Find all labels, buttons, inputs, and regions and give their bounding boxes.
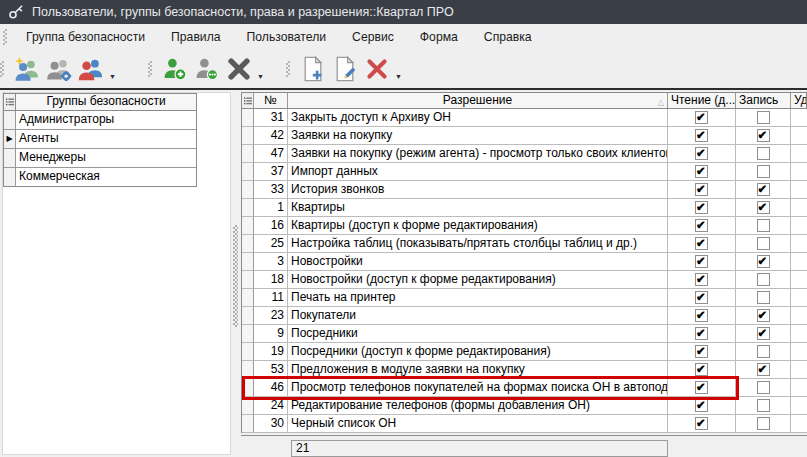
read-checkbox[interactable] [695, 237, 708, 250]
table-row[interactable]: 53Предложения в модуле заявки на покупку [242, 361, 807, 379]
table-row[interactable]: 33История звонков [242, 181, 807, 199]
table-row[interactable]: 46Просмотр телефонов покупателей на форм… [242, 379, 807, 397]
row-selector[interactable] [4, 168, 16, 186]
table-row[interactable]: 19Посредники (доступ к форме редактирова… [242, 343, 807, 361]
row-selector[interactable] [242, 163, 254, 181]
add-user-icon[interactable] [160, 54, 190, 84]
row-selector[interactable] [242, 271, 254, 289]
row-selector[interactable] [242, 235, 254, 253]
table-row[interactable]: 16Квартиры (доступ к форме редактировани… [242, 217, 807, 235]
column-header-delete[interactable]: Уда [791, 93, 806, 108]
menu-item-security-group[interactable]: Группа безопасности [13, 26, 158, 48]
row-selector[interactable] [242, 325, 254, 343]
row-selector[interactable] [242, 199, 254, 217]
table-row[interactable]: 3Новостройки [242, 253, 807, 271]
add-record-icon[interactable] [298, 54, 328, 84]
read-checkbox[interactable] [695, 147, 708, 160]
panel-splitter[interactable] [231, 90, 239, 457]
row-selector[interactable] [242, 289, 254, 307]
remove-user-icon[interactable] [224, 54, 254, 84]
table-row[interactable]: 24Редактирование телефонов (формы добавл… [242, 397, 807, 415]
menu-drag-handle[interactable] [3, 29, 7, 45]
table-row[interactable]: 18Новостройки (доступ к форме редактиров… [242, 271, 807, 289]
write-checkbox[interactable] [757, 399, 770, 412]
group-row[interactable]: Менеджеры [4, 149, 196, 168]
toolbar-overflow-arrow[interactable]: ▼ [257, 73, 264, 80]
read-checkbox[interactable] [695, 381, 708, 394]
toolbar-overflow-arrow[interactable]: ▼ [109, 73, 116, 80]
read-checkbox[interactable] [695, 129, 708, 142]
column-header-read[interactable]: Чтение (д... [668, 93, 736, 108]
group-row[interactable]: Администраторы [4, 111, 196, 130]
write-checkbox[interactable] [757, 237, 770, 250]
write-checkbox[interactable] [757, 255, 770, 268]
row-selector[interactable] [242, 109, 254, 127]
row-selector[interactable] [4, 149, 16, 167]
row-selector[interactable] [242, 145, 254, 163]
write-checkbox[interactable] [757, 111, 770, 124]
column-header-number[interactable]: № [254, 93, 288, 108]
edit-record-icon[interactable] [330, 54, 360, 84]
menu-item-help[interactable]: Справка [471, 26, 545, 48]
write-checkbox[interactable] [757, 147, 770, 160]
read-checkbox[interactable] [695, 273, 708, 286]
table-row[interactable]: 9Посредники [242, 325, 807, 343]
read-checkbox[interactable] [695, 327, 708, 340]
read-checkbox[interactable] [695, 111, 708, 124]
splitter-grip[interactable] [233, 225, 238, 327]
toolbar-drag-handle[interactable] [148, 61, 152, 77]
table-row[interactable]: 11Печать на принтер [242, 289, 807, 307]
read-checkbox[interactable] [695, 363, 708, 376]
write-checkbox[interactable] [757, 273, 770, 286]
row-selector[interactable] [242, 217, 254, 235]
table-row[interactable]: 37Импорт данных [242, 163, 807, 181]
write-checkbox[interactable] [757, 327, 770, 340]
table-row[interactable]: 23Покупатели [242, 307, 807, 325]
read-checkbox[interactable] [695, 291, 708, 304]
read-checkbox[interactable] [695, 399, 708, 412]
table-row[interactable]: 31Закрыть доступ к Архиву ОН [242, 109, 807, 127]
group-row[interactable]: ▶Агенты [4, 130, 196, 149]
grid-properties-icon[interactable] [242, 93, 254, 108]
read-checkbox[interactable] [695, 417, 708, 430]
menu-item-service[interactable]: Сервис [339, 26, 407, 48]
groups-column-header[interactable]: Группы безопасности [16, 94, 196, 110]
read-checkbox[interactable] [695, 309, 708, 322]
write-checkbox[interactable] [757, 345, 770, 358]
security-group-rights-icon[interactable] [44, 54, 74, 84]
row-selector[interactable] [242, 397, 254, 415]
grid-properties-icon[interactable] [4, 94, 16, 110]
table-row[interactable]: 30Черный список ОН [242, 415, 807, 433]
table-row[interactable]: 25Настройка таблиц (показывать/прятать с… [242, 235, 807, 253]
write-checkbox[interactable] [757, 165, 770, 178]
write-checkbox[interactable] [757, 183, 770, 196]
row-selector[interactable] [242, 379, 254, 397]
row-selector[interactable] [4, 111, 16, 129]
current-row-marker[interactable]: ▶ [4, 130, 16, 148]
row-selector[interactable] [242, 307, 254, 325]
table-row[interactable]: 47Заявки на покупку (режим агента) - про… [242, 145, 807, 163]
write-checkbox[interactable] [757, 381, 770, 394]
read-checkbox[interactable] [695, 255, 708, 268]
delete-record-icon[interactable] [362, 54, 392, 84]
menu-item-form[interactable]: Форма [407, 26, 471, 48]
group-row[interactable]: Коммерческая [4, 168, 196, 186]
row-selector[interactable] [242, 343, 254, 361]
toolbar-drag-handle[interactable] [286, 61, 290, 77]
write-checkbox[interactable] [757, 201, 770, 214]
table-row[interactable]: 1Квартиры [242, 199, 807, 217]
menu-item-rules[interactable]: Правила [158, 26, 234, 48]
row-selector[interactable] [242, 415, 254, 433]
write-checkbox[interactable] [757, 219, 770, 232]
user-options-icon[interactable] [192, 54, 222, 84]
toolbar-drag-handle[interactable] [0, 61, 4, 77]
read-checkbox[interactable] [695, 183, 708, 196]
add-security-group-icon[interactable] [12, 54, 42, 84]
write-checkbox[interactable] [757, 291, 770, 304]
read-checkbox[interactable] [695, 345, 708, 358]
table-row[interactable]: 42Заявки на покупку [242, 127, 807, 145]
row-selector[interactable] [242, 181, 254, 199]
write-checkbox[interactable] [757, 417, 770, 430]
row-selector[interactable] [242, 253, 254, 271]
write-checkbox[interactable] [757, 309, 770, 322]
